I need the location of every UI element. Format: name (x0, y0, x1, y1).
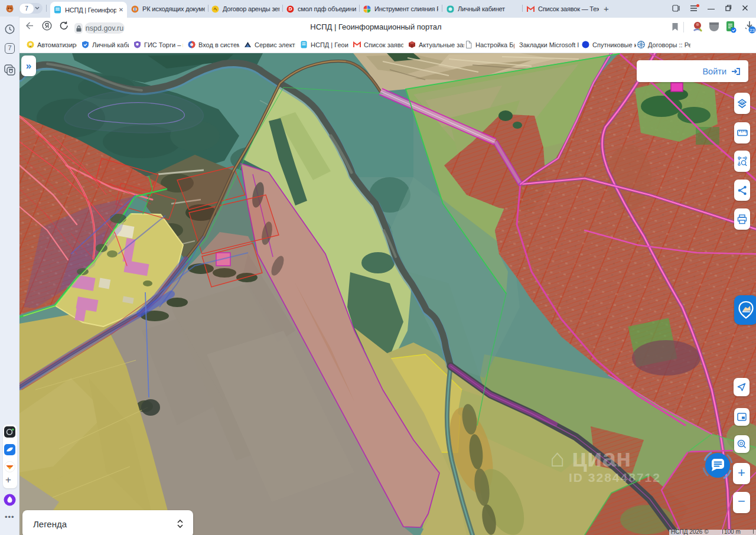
svg-text:23: 23 (750, 28, 755, 33)
